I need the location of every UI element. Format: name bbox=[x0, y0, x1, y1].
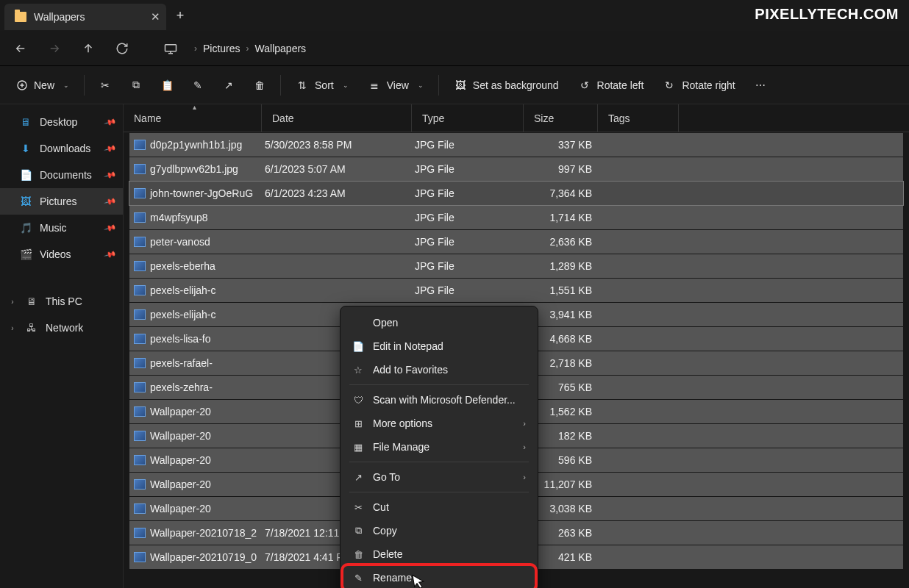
menu-icon: ⊞ bbox=[352, 418, 364, 429]
sidebar-item-this-pc[interactable]: ›🖥This PC bbox=[0, 288, 123, 315]
menu-label: Copy bbox=[373, 525, 397, 537]
menu-item-scan-with-microsoft-defender-[interactable]: 🛡Scan with Microsoft Defender... bbox=[343, 388, 535, 412]
pin-icon: 📌 bbox=[104, 115, 118, 129]
col-type[interactable]: Type bbox=[412, 104, 524, 132]
file-thumb-icon bbox=[134, 334, 146, 344]
breadcrumb-segment[interactable]: Pictures bbox=[203, 43, 240, 54]
pin-icon: 📌 bbox=[104, 248, 118, 261]
sidebar-item-downloads[interactable]: ⬇Downloads📌 bbox=[0, 135, 123, 162]
file-size: 337 KB bbox=[527, 139, 601, 151]
pin-icon: 📌 bbox=[104, 168, 118, 182]
file-row[interactable]: john-towner-JgOeRuG6/1/2023 4:23 AMJPG F… bbox=[129, 182, 903, 205]
menu-item-cut[interactable]: ✂Cut bbox=[343, 495, 535, 519]
sidebar-item-network[interactable]: ›🖧Network bbox=[0, 315, 123, 341]
menu-item-edit-in-notepad[interactable]: 📄Edit in Notepad bbox=[343, 334, 535, 358]
file-thumb-icon bbox=[134, 285, 146, 295]
file-row[interactable]: g7ydlbpwv62b1.jpg6/1/2023 5:07 AMJPG Fil… bbox=[129, 157, 903, 181]
file-row[interactable]: d0p2p1ywnh1b1.jpg5/30/2023 8:58 PMJPG Fi… bbox=[129, 133, 903, 157]
file-thumb-icon bbox=[134, 212, 146, 223]
svg-rect-0 bbox=[165, 44, 177, 51]
menu-item-copy[interactable]: ⧉Copy bbox=[343, 519, 535, 542]
menu-label: Add to Favorites bbox=[373, 364, 448, 376]
videos-icon: 🎬 bbox=[19, 248, 32, 261]
file-thumb-icon bbox=[134, 358, 146, 368]
sidebar-item-label: Network bbox=[46, 322, 83, 334]
sort-button[interactable]: ⇅ Sort ⌄ bbox=[287, 72, 357, 98]
file-thumb-icon bbox=[134, 406, 146, 417]
menu-icon: ☆ bbox=[352, 365, 364, 376]
sidebar-item-pictures[interactable]: 🖼Pictures📌 bbox=[0, 188, 123, 215]
sidebar: 🖥Desktop📌⬇Downloads📌📄Documents📌🖼Pictures… bbox=[0, 104, 124, 588]
menu-label: More options bbox=[373, 417, 432, 429]
breadcrumb-segment[interactable]: Wallpapers bbox=[255, 43, 307, 54]
file-type: JPG File bbox=[415, 139, 527, 151]
file-row[interactable]: peter-vanosdJPG File2,636 KB bbox=[129, 230, 903, 254]
copy-button[interactable]: ⧉ bbox=[121, 72, 151, 98]
close-tab-button[interactable]: ✕ bbox=[151, 10, 160, 24]
separator bbox=[84, 75, 85, 96]
menu-label: Open bbox=[373, 317, 398, 329]
view-button[interactable]: ≣ View ⌄ bbox=[359, 72, 432, 98]
set-background-button[interactable]: 🖼 Set as background bbox=[445, 72, 568, 98]
rename-button[interactable]: ✎ bbox=[183, 72, 213, 98]
menu-separator bbox=[349, 492, 529, 492]
new-button[interactable]: New ⌄ bbox=[7, 72, 78, 98]
view-label: View bbox=[387, 79, 409, 91]
sidebar-item-documents[interactable]: 📄Documents📌 bbox=[0, 162, 123, 188]
title-bar: Wallpapers ✕ + PIXELLYTECH.COM bbox=[0, 0, 909, 31]
menu-item-more-options[interactable]: ⊞More options› bbox=[343, 412, 535, 435]
file-type: JPG File bbox=[415, 236, 527, 248]
file-name: pexels-zehra- bbox=[150, 381, 213, 393]
file-row[interactable]: pexels-eberhaJPG File1,289 KB bbox=[129, 254, 903, 278]
more-button[interactable]: ⋯ bbox=[746, 72, 775, 98]
sort-label: Sort bbox=[315, 79, 334, 91]
sidebar-item-music[interactable]: 🎵Music📌 bbox=[0, 215, 123, 241]
file-date: 6/1/2023 4:23 AM bbox=[265, 187, 415, 199]
rotate-right-button[interactable]: ↻ Rotate right bbox=[654, 72, 744, 98]
menu-separator bbox=[349, 462, 529, 462]
file-thumb-icon bbox=[134, 261, 146, 271]
menu-icon: ↗ bbox=[352, 472, 364, 483]
menu-item-file-manage[interactable]: ▦File Manage› bbox=[343, 435, 535, 459]
menu-item-open[interactable]: Open bbox=[343, 311, 535, 334]
file-thumb-icon bbox=[134, 164, 146, 174]
chevron-right-icon: › bbox=[7, 298, 18, 306]
file-thumb-icon bbox=[134, 237, 146, 247]
up-button[interactable] bbox=[74, 35, 103, 62]
file-size: 1,289 KB bbox=[527, 260, 601, 272]
sidebar-item-label: This PC bbox=[46, 295, 82, 307]
paste-button[interactable]: 📋 bbox=[152, 72, 182, 98]
menu-item-delete[interactable]: 🗑Delete bbox=[343, 542, 535, 566]
pc-icon: 🖥 bbox=[25, 295, 38, 308]
sidebar-item-desktop[interactable]: 🖥Desktop📌 bbox=[0, 109, 123, 135]
share-button[interactable]: ↗ bbox=[214, 72, 243, 98]
pictures-icon: 🖼 bbox=[19, 195, 32, 208]
forward-button[interactable] bbox=[40, 35, 69, 62]
menu-item-rename[interactable]: ✎Rename bbox=[343, 566, 535, 588]
menu-icon: ▦ bbox=[352, 442, 364, 453]
col-date[interactable]: Date bbox=[262, 104, 412, 132]
rotate-left-button[interactable]: ↺ Rotate left bbox=[569, 72, 653, 98]
rotate-right-label: Rotate right bbox=[682, 79, 735, 91]
nav-bar: › Pictures › Wallpapers bbox=[0, 31, 909, 66]
file-row[interactable]: pexels-elijah-cJPG File1,551 KB bbox=[129, 279, 903, 302]
chevron-right-icon: › bbox=[246, 43, 249, 54]
menu-item-add-to-favorites[interactable]: ☆Add to Favorites bbox=[343, 358, 535, 381]
menu-item-go-to[interactable]: ↗Go To› bbox=[343, 465, 535, 489]
new-tab-button[interactable]: + bbox=[168, 3, 193, 28]
refresh-button[interactable] bbox=[107, 35, 137, 62]
delete-button[interactable]: 🗑 bbox=[245, 72, 274, 98]
file-row[interactable]: m4wpfsyup8JPG File1,714 KB bbox=[129, 206, 903, 229]
path-root-icon[interactable] bbox=[156, 35, 185, 62]
sidebar-item-label: Videos bbox=[40, 248, 71, 260]
file-type: JPG File bbox=[415, 260, 527, 272]
sidebar-item-label: Downloads bbox=[40, 143, 90, 154]
col-tags[interactable]: Tags bbox=[598, 104, 679, 132]
back-button[interactable] bbox=[6, 35, 35, 62]
tab-wallpapers[interactable]: Wallpapers ✕ bbox=[4, 4, 166, 30]
file-thumb-icon bbox=[134, 479, 146, 490]
cut-button[interactable]: ✂ bbox=[90, 72, 120, 98]
file-size: 2,636 KB bbox=[527, 236, 601, 248]
sidebar-item-videos[interactable]: 🎬Videos📌 bbox=[0, 241, 123, 268]
col-size[interactable]: Size bbox=[524, 104, 598, 132]
